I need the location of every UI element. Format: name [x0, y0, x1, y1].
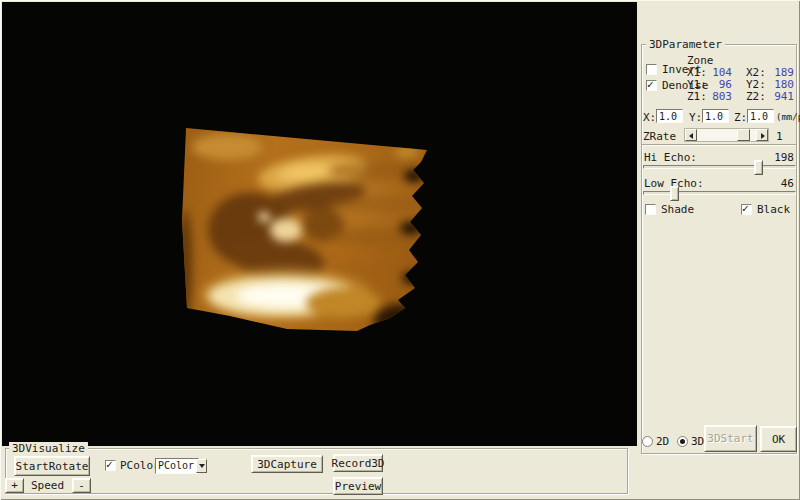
pcolor-checkbox[interactable]: [105, 460, 116, 471]
black-checkbox[interactable]: [741, 204, 752, 215]
hi-echo-thumb[interactable]: [754, 160, 763, 175]
check-icon: [742, 202, 749, 215]
start-rotate-button[interactable]: StartRotate: [14, 456, 90, 476]
speed-plus-button[interactable]: +: [5, 478, 24, 493]
scroll-left-button[interactable]: [685, 129, 697, 141]
ok-button[interactable]: OK: [760, 426, 797, 452]
dropdown-button[interactable]: [196, 459, 207, 473]
denoise-checkbox[interactable]: [646, 80, 657, 91]
mode-2d-label: 2D: [656, 435, 669, 448]
low-echo-thumb[interactable]: [670, 186, 679, 201]
black-label: Black: [757, 203, 790, 216]
scale-y-label: Y:: [689, 111, 702, 124]
pcolor-select[interactable]: PColor: [155, 458, 199, 474]
mode-3d-radio[interactable]: [677, 436, 688, 447]
scale-z-label: Z:: [734, 111, 747, 124]
zone-z1-value: 803: [708, 90, 732, 103]
zrate-track[interactable]: [697, 129, 756, 141]
render-viewport[interactable]: [2, 2, 637, 446]
scale-x-input[interactable]: [656, 109, 683, 123]
group-title: 3DParameter: [646, 38, 725, 51]
application-window: 3DParameter Invert Denoise Zone X1: 104 …: [0, 0, 800, 500]
mode-3d-label: 3D: [691, 435, 704, 448]
hi-echo-value: 198: [760, 151, 794, 164]
group-title: 3DVisualize: [9, 442, 88, 455]
chevron-down-icon: [199, 464, 205, 468]
scale-z-input[interactable]: [747, 109, 774, 123]
preview-button[interactable]: Preview: [333, 477, 383, 495]
panel-3dvisualize: 3DVisualize StartRotate + Speed - PColor…: [5, 448, 628, 494]
mode-2d-radio[interactable]: [642, 436, 653, 447]
scroll-right-button[interactable]: [756, 129, 768, 141]
invert-checkbox[interactable]: [646, 64, 657, 75]
panel-3dparameter: 3DParameter Invert Denoise Zone X1: 104 …: [641, 44, 797, 454]
zrate-label: ZRate: [643, 130, 676, 143]
scroll-left-icon: [689, 133, 693, 139]
zrate-scrollbar[interactable]: [684, 128, 769, 142]
speed-label: Speed: [31, 479, 64, 492]
volume-texture-layers: [168, 116, 440, 344]
pcolor-selected-value: PColor: [156, 459, 196, 473]
zone-z1-label: Z1:: [687, 90, 707, 103]
zrate-thumb[interactable]: [737, 129, 750, 141]
3dstart-button[interactable]: 3DStart: [704, 425, 757, 452]
zone-z2-value: 941: [768, 90, 794, 103]
ultrasound-volume-render[interactable]: [178, 126, 430, 334]
scale-unit-label: (mm/p): [776, 112, 800, 122]
low-echo-slider[interactable]: [643, 191, 796, 195]
pcolor-label: PColor: [120, 459, 160, 472]
separator-line: [642, 144, 796, 146]
shade-label: Shade: [661, 203, 694, 216]
scroll-right-icon: [761, 133, 765, 139]
check-icon: [647, 78, 654, 91]
low-echo-value: 46: [760, 177, 794, 190]
hi-echo-slider[interactable]: [643, 165, 796, 169]
shade-checkbox[interactable]: [645, 204, 656, 215]
zone-z2-label: Z2:: [746, 90, 766, 103]
speed-minus-button[interactable]: -: [72, 478, 91, 493]
check-icon: [106, 458, 113, 471]
zrate-value: 1: [776, 130, 783, 143]
hi-echo-label: Hi Echo:: [644, 151, 697, 164]
record3d-button[interactable]: Record3D: [333, 454, 383, 472]
3dcapture-button[interactable]: 3DCapture: [251, 455, 323, 473]
scale-x-label: X:: [643, 111, 656, 124]
scale-y-input[interactable]: [702, 109, 729, 123]
